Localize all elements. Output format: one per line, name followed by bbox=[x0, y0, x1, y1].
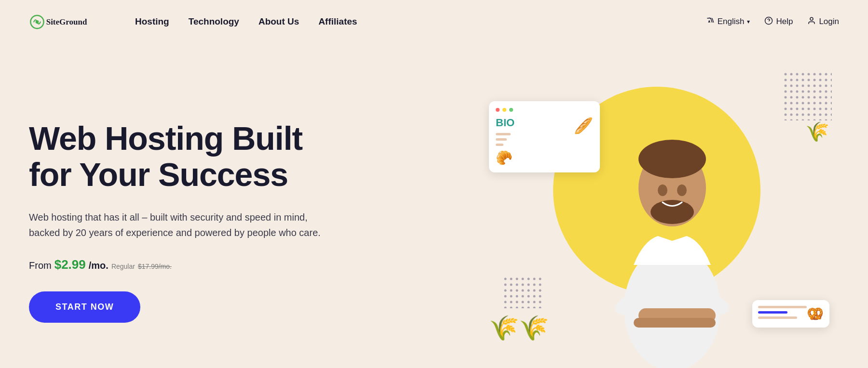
pretzel-icon: 🥨 bbox=[807, 306, 824, 322]
svg-point-7 bbox=[638, 140, 706, 178]
login-label: Login bbox=[819, 17, 839, 26]
nav-link-about-us[interactable]: About Us bbox=[258, 16, 299, 27]
price-regular: $17.99/mo. bbox=[138, 263, 172, 270]
nav-right: English ▾ Help Login bbox=[706, 16, 839, 27]
svg-point-13 bbox=[677, 184, 687, 196]
wheat-right-decoration: 🌾 bbox=[805, 120, 829, 143]
dots-decoration-bottom bbox=[503, 277, 542, 308]
svg-point-1 bbox=[36, 20, 39, 24]
start-now-button[interactable]: START NOW bbox=[29, 291, 140, 323]
hero-image-area: // Will be rendered inline below BIO 🥐 � bbox=[475, 63, 839, 368]
svg-rect-11 bbox=[634, 318, 716, 328]
hero-text-area: Web Hosting Built for Your Success Web h… bbox=[29, 111, 475, 323]
svg-rect-16 bbox=[784, 72, 832, 120]
help-icon bbox=[764, 16, 773, 27]
chef-image bbox=[595, 92, 749, 368]
card-dot-yellow bbox=[502, 108, 506, 112]
baguette-icon: 🥖 bbox=[569, 117, 593, 135]
help-link[interactable]: Help bbox=[764, 16, 793, 27]
price-regular-label: Regular bbox=[111, 263, 135, 270]
language-label: English bbox=[718, 17, 745, 26]
phone-card: 🥨 bbox=[752, 300, 829, 328]
bio-card-title: BIO bbox=[496, 117, 515, 129]
hero-title: Web Hosting Built for Your Success bbox=[29, 120, 475, 193]
hero-subtitle: Web hosting that has it all – built with… bbox=[29, 210, 328, 240]
language-selector[interactable]: English ▾ bbox=[706, 16, 750, 27]
chevron-down-icon: ▾ bbox=[747, 18, 750, 25]
svg-point-14 bbox=[651, 200, 694, 224]
logo[interactable]: SiteGround bbox=[29, 11, 111, 33]
svg-point-12 bbox=[658, 184, 667, 196]
help-label: Help bbox=[776, 17, 793, 26]
svg-point-4 bbox=[810, 17, 813, 20]
dots-decoration-top-right bbox=[784, 72, 832, 120]
login-link[interactable]: Login bbox=[807, 16, 839, 27]
price-value: $2.99 bbox=[54, 257, 86, 272]
translate-icon bbox=[706, 16, 715, 27]
price-unit: /mo. bbox=[89, 260, 108, 271]
navbar: SiteGround Hosting Technology About Us A… bbox=[0, 0, 868, 43]
pricing-area: From $2.99 /mo. Regular $17.99/mo. bbox=[29, 257, 475, 272]
svg-text:SiteGround: SiteGround bbox=[46, 17, 87, 26]
nav-link-technology[interactable]: Technology bbox=[189, 16, 239, 27]
wheat-left-decoration: 🌾🌾 bbox=[489, 314, 549, 342]
croissant-icon: 🥐 bbox=[496, 150, 515, 166]
nav-links: Hosting Technology About Us Affiliates bbox=[135, 16, 706, 27]
card-dot-green bbox=[509, 108, 513, 112]
user-icon bbox=[807, 16, 816, 27]
nav-link-affiliates[interactable]: Affiliates bbox=[318, 16, 357, 27]
card-dot-red bbox=[496, 108, 500, 112]
price-from-label: From bbox=[29, 260, 52, 271]
bio-card: BIO 🥐 🥖 bbox=[489, 101, 600, 172]
svg-rect-18 bbox=[503, 277, 542, 308]
hero-section: Web Hosting Built for Your Success Web h… bbox=[0, 43, 868, 368]
nav-link-hosting[interactable]: Hosting bbox=[135, 16, 169, 27]
